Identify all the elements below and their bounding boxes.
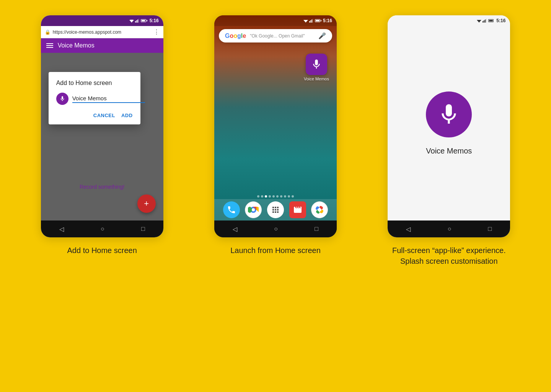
search-placeholder: "Ok Google... Open Gmail" (250, 33, 315, 39)
svg-rect-2 (135, 21, 136, 23)
dot-4 (269, 195, 271, 198)
recents-button[interactable]: □ (141, 225, 145, 232)
apps-icon[interactable] (267, 201, 284, 218)
phone1-caption: Add to Home screen (67, 245, 137, 256)
phone3-caption: Full-screen “app-like” experience. Splas… (392, 245, 506, 266)
svg-rect-15 (483, 21, 483, 23)
nav-bar-3: ◁ ○ □ (388, 220, 510, 237)
microphone-svg (59, 96, 65, 102)
voice-memos-icon-circle (306, 54, 327, 75)
video-svg (293, 205, 302, 214)
apps-svg (271, 205, 280, 214)
status-icons-2: 5:16 (303, 18, 332, 23)
svg-rect-10 (313, 19, 313, 23)
back-button-2[interactable]: ◁ (233, 225, 237, 233)
photos-app-icon[interactable] (311, 201, 328, 218)
chrome-app-icon[interactable] (245, 201, 262, 218)
phone3: 5:16 Voice Memos ◁ ○ □ (388, 15, 510, 237)
cancel-button[interactable]: CANCEL (93, 113, 115, 118)
hamburger-icon[interactable] (46, 43, 53, 48)
voice-memos-home-label: Voice Memos (304, 77, 329, 81)
svg-rect-16 (484, 20, 484, 23)
google-mic-icon[interactable]: 🎤 (318, 32, 326, 39)
svg-rect-5 (139, 19, 139, 23)
battery-icon-3 (488, 19, 494, 22)
dot-8 (284, 195, 286, 198)
phone1-status-bar: 5:16 (41, 15, 163, 26)
fab-button[interactable]: + (137, 194, 156, 213)
google-search-bar[interactable]: Google "Ok Google... Open Gmail" 🎤 (219, 29, 332, 42)
phone1-container: 5:16 🔒 https://voice-memos.appspot.com ⋮… (23, 15, 181, 256)
wifi-icon-2 (303, 19, 308, 23)
back-button-3[interactable]: ◁ (406, 225, 411, 233)
dock (214, 199, 337, 220)
dot-6 (276, 195, 279, 198)
phone3-status-bar: 5:16 (388, 15, 510, 26)
svg-rect-17 (485, 20, 486, 23)
phone2-container: Google "Ok Google... Open Gmail" 🎤 5:16 (196, 15, 354, 256)
url-text: https://voice-memos.appspot.com (53, 29, 151, 35)
dot-5 (272, 195, 275, 198)
nav-bar-2: ◁ ○ □ (214, 220, 337, 237)
app-name-input[interactable] (72, 95, 145, 103)
mic-svg-large (437, 102, 461, 127)
splash-app-name: Voice Memos (426, 147, 472, 155)
splash-content: Voice Memos (388, 26, 510, 220)
wifi-icon (129, 19, 134, 23)
battery-icon-2 (315, 19, 320, 22)
dot-1 (257, 195, 259, 198)
status-icons: 5:16 (129, 18, 159, 23)
back-button[interactable]: ◁ (59, 225, 64, 233)
url-bar[interactable]: 🔒 https://voice-memos.appspot.com ⋮ (41, 26, 163, 38)
dot-3 (265, 195, 267, 198)
recents-button-2[interactable]: □ (315, 225, 318, 232)
video-app-icon[interactable] (289, 201, 306, 218)
phone2: Google "Ok Google... Open Gmail" 🎤 5:16 (214, 15, 337, 237)
more-icon[interactable]: ⋮ (153, 28, 160, 36)
phone2-wrapper: Google "Ok Google... Open Gmail" 🎤 5:16 (214, 15, 337, 237)
phone2-status-bar: 5:16 (214, 15, 337, 26)
phone2-caption: Launch from Home screen (230, 245, 321, 256)
svg-marker-14 (477, 20, 481, 23)
mic-svg-home (311, 59, 322, 70)
toolbar-title: Voice Memos (58, 42, 95, 49)
svg-rect-8 (310, 20, 311, 23)
voice-memos-home-icon[interactable]: Voice Memos (304, 54, 329, 81)
home-button-2[interactable]: ○ (274, 225, 278, 232)
app-toolbar: Voice Memos (41, 38, 163, 53)
svg-point-12 (252, 208, 255, 211)
svg-rect-18 (486, 19, 486, 23)
dialog-title: Add to Home screen (56, 80, 133, 87)
svg-rect-7 (309, 21, 310, 23)
page-dots (214, 195, 337, 198)
chrome-svg (248, 204, 259, 215)
home-button-3[interactable]: ○ (448, 225, 452, 232)
mic-icon (56, 93, 68, 105)
dialog-actions: CANCEL ADD (56, 113, 133, 118)
status-time-3: 5:16 (496, 18, 505, 23)
signal-icon (135, 19, 139, 23)
signal-icon-3 (483, 19, 486, 23)
recents-button-3[interactable]: □ (488, 225, 492, 232)
record-text: Record something! (80, 184, 125, 190)
svg-rect-3 (136, 20, 137, 23)
phone-svg (227, 205, 236, 214)
status-icons-3: 5:16 (477, 18, 505, 23)
phone3-container: 5:16 Voice Memos ◁ ○ □ Full-screen “app-… (370, 15, 528, 266)
battery-icon (141, 19, 146, 22)
browser-content: Add to Home screen CANCEL ADD (41, 53, 163, 220)
svg-rect-9 (311, 20, 312, 23)
dot-7 (280, 195, 282, 198)
status-time-2: 5:16 (323, 18, 332, 23)
dialog-input-row (56, 93, 133, 105)
wallpaper: Google "Ok Google... Open Gmail" 🎤 5:16 (214, 15, 337, 220)
svg-marker-6 (303, 20, 308, 23)
svg-point-13 (318, 208, 321, 211)
phone1: 5:16 🔒 https://voice-memos.appspot.com ⋮… (41, 15, 163, 237)
google-logo: Google (225, 33, 246, 39)
wifi-icon-3 (477, 19, 481, 23)
phone-app-icon[interactable] (223, 201, 240, 218)
svg-rect-4 (137, 20, 138, 23)
add-button[interactable]: ADD (121, 113, 133, 118)
home-button[interactable]: ○ (101, 225, 104, 232)
